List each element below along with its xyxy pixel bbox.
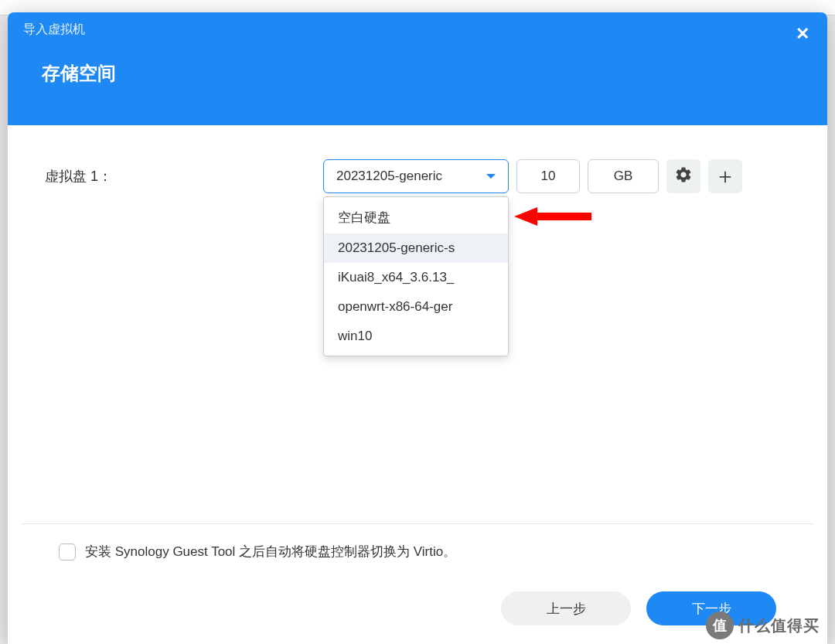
dialog-footer: 安装 Synology Guest Tool 之后自动将硬盘控制器切换为 Vir…	[22, 523, 813, 644]
virtio-checkbox[interactable]	[59, 543, 76, 561]
dropdown-option-openwrt[interactable]: openwrt-x86-64-ger	[324, 292, 508, 322]
close-button[interactable]: ✕	[795, 26, 810, 42]
prev-button[interactable]: 上一步	[501, 591, 631, 625]
watermark: 值 什么值得买	[706, 612, 820, 639]
add-disk-button[interactable]: ＋	[708, 159, 742, 193]
dialog-section-title: 存储空间	[8, 38, 827, 86]
dialog-title: 导入虚拟机	[8, 12, 827, 38]
dialog-header: 导入虚拟机 存储空间 ✕	[8, 12, 827, 125]
virtio-checkbox-row: 安装 Synology Guest Tool 之后自动将硬盘控制器切换为 Vir…	[59, 543, 776, 561]
virtual-disk-row: 虚拟盘 1： 20231205-generic 空白硬盘 20231205-ge…	[45, 159, 790, 193]
gear-icon	[674, 165, 693, 187]
close-icon: ✕	[796, 24, 809, 43]
import-vm-dialog: 导入虚拟机 存储空间 ✕ 虚拟盘 1： 20231205-generic 空白硬…	[8, 12, 827, 644]
chevron-down-icon	[486, 174, 496, 179]
dropdown-option-win10[interactable]: win10	[324, 322, 508, 351]
disk-settings-button[interactable]	[666, 159, 700, 193]
watermark-badge: 值	[706, 612, 734, 639]
virtio-checkbox-label: 安装 Synology Guest Tool 之后自动将硬盘控制器切换为 Vir…	[85, 543, 456, 561]
dropdown-option-blank-disk[interactable]: 空白硬盘	[324, 202, 508, 233]
arrow-icon	[506, 203, 599, 241]
button-row: 上一步 下一步	[59, 591, 776, 625]
watermark-text: 什么值得买	[738, 615, 820, 636]
disk-image-select-wrapper: 20231205-generic 空白硬盘 20231205-generic-s…	[323, 159, 509, 193]
plus-icon: ＋	[714, 165, 736, 187]
disk-image-select[interactable]: 20231205-generic	[323, 159, 509, 193]
virtual-disk-label: 虚拟盘 1：	[45, 167, 315, 186]
disk-image-dropdown: 空白硬盘 20231205-generic-s iKuai8_x64_3.6.1…	[323, 196, 509, 356]
dropdown-option-ikuai8[interactable]: iKuai8_x64_3.6.13_	[324, 263, 508, 292]
disk-size-input[interactable]	[516, 159, 580, 193]
dropdown-option-20231205[interactable]: 20231205-generic-s	[324, 233, 508, 263]
svg-marker-1	[514, 207, 591, 226]
disk-image-selected-value: 20231205-generic	[336, 169, 442, 184]
arrow-annotation	[506, 203, 599, 244]
disk-size-unit[interactable]: GB	[588, 159, 659, 193]
dialog-body: 虚拟盘 1： 20231205-generic 空白硬盘 20231205-ge…	[8, 125, 827, 523]
